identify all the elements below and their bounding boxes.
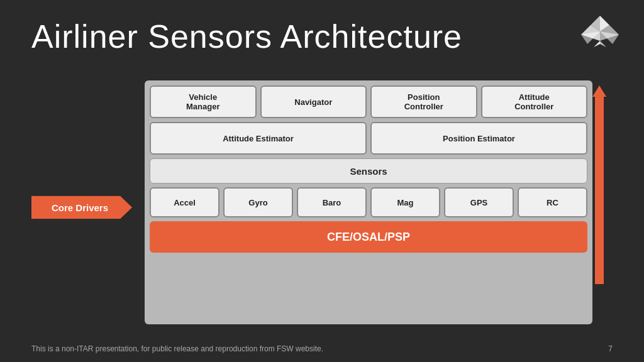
box-gps: GPS [444, 187, 514, 217]
box-position-controller: PositionController [370, 85, 477, 118]
row-drivers: Accel Gyro Baro Mag GPS RC [150, 187, 587, 217]
box-mag: Mag [370, 187, 440, 217]
box-sensors: Sensors [150, 158, 587, 184]
footer: This is a non-ITAR presentation, for pub… [0, 344, 644, 353]
row-sensors: Sensors [150, 158, 587, 184]
svg-marker-5 [594, 41, 600, 47]
box-rc: RC [518, 187, 587, 217]
row-applications: VehicleManager Navigator PositionControl… [150, 85, 587, 118]
svg-marker-4 [600, 41, 606, 47]
box-vehicle-manager: VehicleManager [150, 85, 257, 118]
box-baro: Baro [297, 187, 367, 217]
box-gyro: Gyro [223, 187, 293, 217]
box-attitude-estimator: Attitude Estimator [150, 122, 367, 155]
page-number: 7 [608, 344, 613, 353]
core-drivers-label: Core Drivers [31, 196, 132, 219]
box-attitude-controller: AttitudeController [481, 85, 588, 118]
box-position-estimator: Position Estimator [370, 122, 587, 155]
architecture-diagram: VehicleManager Navigator PositionControl… [145, 80, 611, 324]
arch-container: VehicleManager Navigator PositionControl… [145, 80, 592, 324]
vertical-arrow [592, 85, 606, 284]
page-title: Airliner Sensors Architecture [31, 18, 462, 55]
row-estimators: Attitude Estimator Position Estimator [150, 122, 587, 155]
box-navigator: Navigator [260, 85, 367, 118]
company-logo [575, 13, 625, 50]
core-drivers-container: Core Drivers [31, 196, 132, 219]
footer-disclaimer: This is a non-ITAR presentation, for pub… [31, 344, 323, 353]
arrow-head [592, 85, 606, 97]
arrow-body [595, 97, 604, 284]
box-cfe: CFE/OSAL/PSP [150, 221, 587, 253]
box-accel: Accel [150, 187, 219, 217]
